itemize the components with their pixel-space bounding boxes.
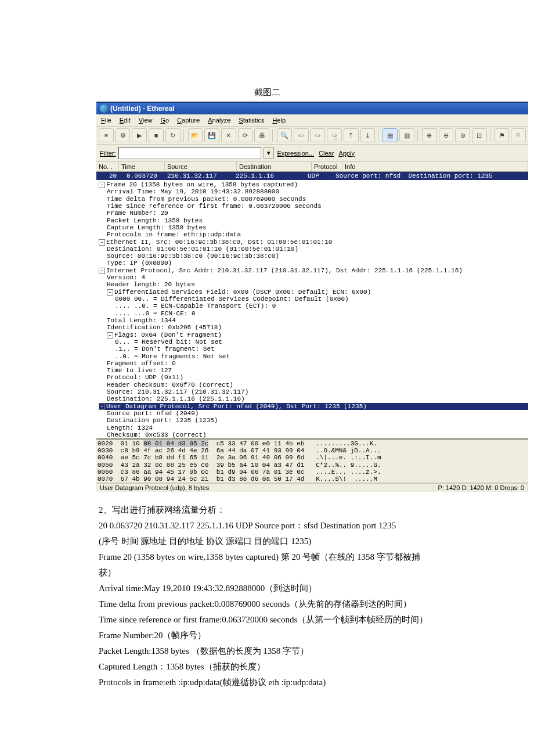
zoom-in-icon[interactable]: ⊕ [422, 128, 437, 142]
menu-go[interactable]: Go [157, 116, 172, 124]
detail-line[interactable]: -Frame 20 (1358 bytes on wire, 1358 byte… [99, 181, 528, 188]
tree-toggle-icon[interactable]: - [107, 289, 113, 296]
open-file-icon[interactable]: 📂 [188, 128, 203, 142]
start-capture-icon[interactable]: ▶ [132, 128, 147, 142]
detail-text: Fragment offset: 0 [107, 360, 176, 367]
hex-line[interactable]: 0020 01 10 08 01 04 d3 05 2c c5 33 47 00… [98, 440, 527, 447]
clear-link[interactable]: Clear [317, 150, 335, 157]
tree-toggle-icon[interactable]: - [99, 182, 105, 188]
go-to-icon[interactable]: ⇨̲ [327, 128, 342, 142]
save-file-icon[interactable]: 💾 [204, 128, 219, 142]
detail-line[interactable]: Packet Length: 1358 bytes [99, 217, 528, 224]
display-filters-icon[interactable]: ⚐ [511, 128, 526, 142]
detail-line[interactable]: Header checksum: 0x6f70 (correct) [99, 381, 528, 388]
go-back-icon[interactable]: ⇦ [294, 128, 309, 142]
detail-line[interactable]: Version: 4 [99, 274, 528, 281]
capture-filters-icon[interactable]: ⚑ [495, 128, 510, 142]
menu-help[interactable]: Help [269, 116, 289, 124]
detail-line[interactable]: Fragment offset: 0 [99, 360, 528, 367]
go-first-icon[interactable]: ⤒ [344, 128, 359, 142]
hex-line[interactable]: 0050 43 2a 32 0c 08 25 e5 c0 39 b5 a4 10… [98, 462, 527, 469]
detail-line[interactable]: Time since reference or first frame: 0.0… [99, 203, 528, 210]
detail-text: .... ...0 = ECN-CE: 0 [115, 310, 196, 317]
detail-line[interactable]: ..0. = More fragments: Not set [99, 353, 528, 360]
detail-line[interactable]: Type: IP (0x0800) [99, 260, 528, 267]
detail-line[interactable]: Capture Length: 1358 bytes [99, 224, 528, 231]
detail-line[interactable]: Length: 1324 [99, 424, 528, 431]
detail-line[interactable]: -Internet Protocol, Src Addr: 210.31.32.… [99, 267, 528, 274]
colorize-icon[interactable]: ▤ [383, 128, 398, 142]
selected-packet-row[interactable]: 20 0.063720 210.31.32.117 225.1.1.16 UDP… [96, 172, 528, 180]
menu-view[interactable]: View [135, 116, 156, 124]
detail-line[interactable]: .1.. = Don't fragment: Set [99, 345, 528, 352]
detail-line[interactable]: -Differentiated Services Field: 0x00 (DS… [99, 289, 528, 296]
detail-line[interactable]: Destination: 225.1.1.16 (225.1.1.16) [99, 395, 528, 402]
close-file-icon[interactable]: ✕ [221, 128, 236, 142]
detail-line[interactable]: Destination port: 1235 (1235) [99, 417, 528, 424]
stop-capture-icon[interactable]: ■ [149, 128, 164, 142]
col-time[interactable]: Time [119, 162, 165, 171]
list-interfaces-icon[interactable]: ≡ [99, 128, 114, 142]
find-icon[interactable]: 🔍 [277, 128, 292, 142]
go-forward-icon[interactable]: ⇨ [311, 128, 326, 142]
detail-line[interactable]: Protocols in frame: eth:ip:udp:data [99, 231, 528, 238]
filter-input[interactable] [118, 147, 261, 159]
tree-toggle-icon[interactable]: - [99, 239, 105, 246]
zoom-reset-icon[interactable]: ⊚ [455, 128, 470, 142]
print-icon[interactable]: 🖶 [254, 128, 269, 142]
detail-line[interactable]: -User Datagram Protocol, Src Port: nfsd … [99, 403, 528, 410]
col-source[interactable]: Source [165, 162, 237, 171]
go-last-icon[interactable]: ⤓ [360, 128, 376, 142]
detail-line[interactable]: -Ethernet II, Src: 00:16:9c:3b:38:c0, Ds… [99, 239, 528, 246]
menu-analyze[interactable]: Analyze [204, 116, 234, 124]
menu-file[interactable]: File [98, 116, 115, 124]
detail-line[interactable]: -Flags: 0x04 (Don't Fragment) [99, 332, 528, 339]
detail-line[interactable]: Destination: 01:00:5e:01:01:10 (01:00:5e… [99, 246, 528, 253]
tree-toggle-icon[interactable]: - [107, 332, 113, 339]
detail-line[interactable]: Identification: 0xb296 (45718) [99, 324, 528, 331]
detail-line[interactable]: Time to live: 127 [99, 367, 528, 374]
tree-toggle-icon[interactable]: - [99, 268, 105, 274]
hex-line[interactable]: 0030 c8 b9 4f ac 26 4d 4e 26 6a 44 da 07… [98, 447, 527, 454]
detail-line[interactable]: Checksum: 0xc533 (correct) [99, 431, 528, 438]
detail-line[interactable]: Total Length: 1344 [99, 317, 528, 324]
col-info[interactable]: Info [342, 162, 528, 171]
packet-list-header: No. . Time Source Destination Protocol I… [96, 162, 528, 172]
reload-icon[interactable]: ⟳ [238, 128, 253, 142]
capture-options-icon[interactable]: ⚙ [116, 128, 131, 142]
menu-edit[interactable]: Edit [116, 116, 134, 124]
detail-line[interactable]: Arrival Time: May 19, 2010 19:43:32.8928… [99, 188, 528, 195]
detail-line[interactable]: 0000 00.. = Differentiated Services Code… [99, 296, 528, 303]
hex-line[interactable]: 0070 67 4b 90 08 94 24 5c 21 b1 d3 86 d6… [98, 476, 527, 483]
menubar: File Edit View Go Capture Analyze Statis… [96, 114, 528, 127]
detail-line[interactable]: Source port: nfsd (2049) [99, 410, 528, 417]
detail-line[interactable]: Header length: 20 bytes [99, 281, 528, 288]
restart-capture-icon[interactable]: ↻ [165, 128, 181, 142]
detail-line[interactable]: Protocol: UDP (0x11) [99, 374, 528, 381]
detail-line[interactable]: .... ..0. = ECN-Capable Transport (ECT):… [99, 303, 528, 309]
detail-text: Ethernet II, Src: 00:16:9c:3b:38:c0, Dst… [106, 239, 332, 246]
detail-text: Identification: 0xb296 (45718) [107, 324, 222, 331]
auto-scroll-icon[interactable]: ▥ [399, 128, 414, 142]
detail-line[interactable]: Frame Number: 20 [99, 210, 528, 217]
expression-link[interactable]: Expression... [276, 150, 316, 157]
detail-line[interactable]: 0... = Reserved bit: Not set [99, 339, 528, 345]
resize-columns-icon[interactable]: ⊡ [472, 128, 487, 142]
col-no[interactable]: No. . [96, 162, 119, 171]
detail-line[interactable]: Source: 00:16:9c:3b:38:c0 (00:16:9c:3b:3… [99, 253, 528, 260]
doc-line: Protocols in frame:eth :ip:udp:data(帧遵循协… [99, 675, 435, 690]
filter-dropdown-icon[interactable]: ▾ [264, 147, 274, 159]
detail-text: Flags: 0x04 (Don't Fragment) [114, 332, 222, 339]
detail-line[interactable]: .... ...0 = ECN-CE: 0 [99, 310, 528, 317]
zoom-out-icon[interactable]: ⊖ [439, 128, 454, 142]
col-destination[interactable]: Destination [237, 162, 312, 171]
detail-line[interactable]: Time delta from previous packet: 0.00876… [99, 196, 528, 203]
hex-line[interactable]: 0060 c3 86 aa 94 45 17 0b 0c b1 d9 04 06… [98, 469, 527, 476]
hex-line[interactable]: 0040 ae 5c 7c b8 dd f1 65 11 2e 3a 06 91… [98, 454, 527, 461]
col-protocol[interactable]: Protocol [312, 162, 342, 171]
menu-capture[interactable]: Capture [174, 116, 203, 124]
tree-toggle-icon[interactable]: - [99, 404, 105, 410]
apply-link[interactable]: Apply [337, 150, 356, 157]
menu-statistics[interactable]: Statistics [235, 116, 268, 124]
detail-line[interactable]: Source: 210.31.32.117 (210.31.32.117) [99, 388, 528, 395]
